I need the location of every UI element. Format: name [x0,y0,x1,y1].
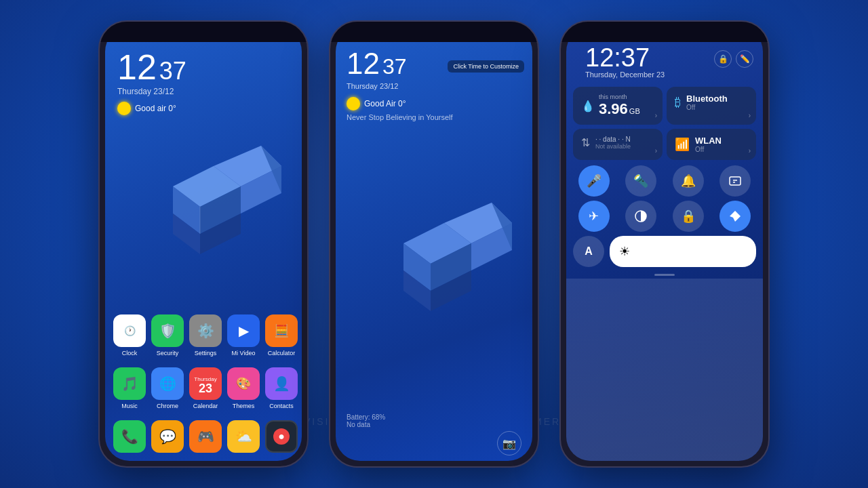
customize-button[interactable]: Click Time to Customize [448,60,524,73]
mobile-chevron: › [655,147,657,155]
cc-time: 12:37 [576,45,674,70]
app-mivideo[interactable]: ▶ Mi Video [227,314,260,357]
battery-text: Battery: 68% [347,413,521,421]
dock-camera[interactable]: ● [265,420,298,453]
cc-header: Airplane mode ◷► ■ [566,27,763,45]
music-app-label: Music [121,403,138,409]
security-app-icon[interactable]: 🛡️ [151,314,184,347]
cc-edit-icons: 🔒 ✏️ [714,50,753,68]
lock-weather-text: Good Air 0° [364,99,406,108]
shape-container-2 [336,119,532,408]
lock-toggle[interactable]: 🔒 [673,201,704,232]
sun-icon-2 [347,97,360,110]
chrome-app-icon[interactable]: 🌐 [151,367,184,400]
data-month-label: this month [599,94,640,100]
wlan-tile[interactable]: 📶 WLAN Off › [667,129,756,160]
dock-messages[interactable]: 💬 [151,420,184,453]
status-icons-3: ◷► ■ [729,35,753,42]
clock-min-1: 37 [159,57,186,85]
games-dock-icon[interactable]: 🎮 [189,420,222,453]
settings-app-icon[interactable]: ⚙️ [189,314,222,347]
phones-container: ◷►▪ ■ 12 37 Thursday 23/12 Good air 0° [98,20,770,468]
calculator-app-icon[interactable]: 🧮 [265,314,298,347]
cc-edit-icon[interactable]: ✏️ [736,50,753,68]
wlan-chevron: › [749,147,751,155]
dock-weather[interactable]: ⛅ [227,420,260,453]
app-row-2: 🎵 Music 🌐 Chrome Thursday 23 [105,362,302,415]
camera-lock-icon[interactable]: 📷 [497,431,521,455]
status-bar-2: ◷►▪ ■ [336,27,532,40]
settings-app-label: Settings [195,350,217,357]
brightness-slider[interactable]: ☀ [610,236,756,267]
phone-1: ◷►▪ ■ 12 37 Thursday 23/12 Good air 0° [98,20,309,468]
themes-app-icon[interactable]: 🎨 [227,367,260,400]
3d-shape-1 [159,146,295,268]
app-music[interactable]: 🎵 Music [113,367,146,409]
theme-toggle[interactable] [625,201,656,232]
airplane-mode-label: Airplane mode [576,34,624,42]
app-clock[interactable]: 🕐 Clock [113,314,146,357]
sun-icon-1 [117,102,131,115]
phone-3-screen: Airplane mode ◷► ■ 12:37 Thursday, Decem… [566,27,763,461]
mobile-data-label: · · data · · N [595,136,631,143]
clock-hour-1: 12 [117,49,157,85]
mivideo-app-icon[interactable]: ▶ [227,314,260,347]
mobile-data-icon: ⇅ [581,136,590,149]
clock-app-icon[interactable]: 🕐 [113,314,146,347]
security-app-label: Security [157,350,179,357]
app-row-1: 🕐 Clock 🛡️ Security ⚙️ Se [105,309,302,362]
3d-shape-2 [390,203,526,325]
text-size-toggle[interactable]: A [573,236,604,267]
weather-dock-icon[interactable]: ⛅ [227,420,260,453]
phone-dock-icon[interactable]: 📞 [113,420,146,453]
mobile-data-tile[interactable]: ⇅ · · data · · N Not available › [573,129,663,160]
bluetooth-tile[interactable]: ₿ Bluetooth Off › [667,87,756,125]
app-security[interactable]: 🛡️ Security [151,314,184,357]
bluetooth-label: Bluetooth [686,94,728,104]
shape-container-1 [105,104,302,309]
status-icons-1: ◷►▪ ■ [262,31,291,39]
phone-3: Airplane mode ◷► ■ 12:37 Thursday, Decem… [559,20,770,468]
cc-shield-icon[interactable]: 🔒 [714,50,732,68]
mobile-data-status: Not available [595,143,631,150]
dock-games[interactable]: 🎮 [189,420,222,453]
app-themes[interactable]: 🎨 Themes [227,367,260,409]
screen-toggle[interactable] [719,165,751,197]
torch-toggle[interactable]: 🔦 [625,165,656,197]
phone-2-screen: ◷►▪ ■ 12 37 Thursday 23/12 Click Time to… [336,27,532,461]
dock-1: 📞 💬 🎮 ⛅ [105,415,302,461]
bluetooth-chevron: › [749,112,751,119]
app-settings[interactable]: ⚙️ Settings [189,314,222,357]
dock-phone[interactable]: 📞 [113,420,146,453]
no-data-text: No data [347,421,521,428]
bell-toggle[interactable]: 🔔 [673,165,704,197]
mivideo-app-label: Mi Video [232,350,256,357]
cc-date: Thursday, December 23 [576,70,674,83]
app-contacts[interactable]: 👤 Contacts [265,367,298,409]
data-usage-tile[interactable]: 💧 this month 3.96 GB › [573,87,663,125]
clock-widget-1: 12 37 Thursday 23/12 [105,40,302,99]
scroll-bar [654,274,675,276]
lock-clock-date: Thursday 23/12 [347,82,521,90]
app-calculator[interactable]: 🧮 Calculator [265,314,298,357]
camera-dock-icon[interactable]: ● [265,420,298,453]
wifi-icon: 📶 [675,137,690,152]
clock-app-label: Clock [122,350,138,357]
contacts-app-icon[interactable]: 👤 [265,367,298,400]
messages-dock-icon[interactable]: 💬 [151,420,184,453]
bluetooth-icon: ₿ [675,96,681,110]
app-chrome[interactable]: 🌐 Chrome [151,367,184,409]
airplane-toggle[interactable]: ✈ [578,201,610,232]
cc-controls: 💧 this month 3.96 GB › [566,83,763,164]
bluetooth-status: Off [686,104,728,111]
mic-toggle[interactable]: 🎤 [578,165,610,197]
text-toggle-label: A [585,245,593,258]
wlan-status: Off [695,146,722,153]
themes-app-label: Themes [233,403,255,409]
lock-clock-min: 37 [382,54,407,79]
app-calendar[interactable]: Thursday 23 Calendar [189,367,222,409]
data-drop-icon: 💧 [581,100,595,113]
calendar-app-icon[interactable]: Thursday 23 [189,367,222,400]
music-app-icon[interactable]: 🎵 [113,367,146,400]
location-toggle[interactable] [719,201,751,232]
